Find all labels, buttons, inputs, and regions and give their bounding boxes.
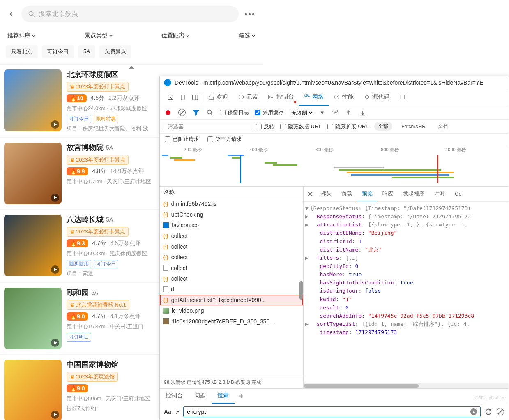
request-item[interactable]: ic_video.png [160, 305, 303, 316]
play-icon[interactable] [51, 120, 59, 129]
json-preview[interactable]: ▼{ResponseStatus: {Timestamp: "/Date(171… [304, 202, 509, 383]
more-icon[interactable]: ••• [244, 9, 256, 19]
search-input[interactable]: 搜索北京景点 [21, 6, 239, 22]
tab-timing[interactable]: 计时 [429, 187, 450, 201]
request-name: collect [171, 233, 188, 239]
tab-overflow[interactable] [394, 90, 411, 105]
search-placeholder: 搜索北京景点 [39, 10, 78, 18]
filter-tabs: 推荐排序 景点类型 位置距离 筛选 [0, 28, 263, 44]
filter-more[interactable]: 筛选 [239, 32, 256, 39]
filter-all[interactable]: 全部 [374, 122, 392, 131]
filter-location[interactable]: 位置距离 [161, 32, 190, 39]
tab-headers[interactable]: 标头 [316, 187, 336, 201]
filter-input[interactable] [164, 122, 250, 131]
request-item[interactable]: {·}collect [160, 273, 303, 284]
clear-search-icon[interactable]: ✕ [470, 408, 477, 415]
tab-preview[interactable]: 预览 [357, 187, 378, 201]
play-icon[interactable] [51, 194, 59, 202]
review-count: 4.1万条点评 [110, 313, 141, 320]
waterfall-timeline[interactable]: 200 毫秒 400 毫秒 600 毫秒 800 毫秒 1000 毫秒 [160, 145, 509, 187]
drawer-search-input[interactable] [187, 408, 470, 415]
tag: 可订今日 [67, 115, 91, 123]
block-row: 已阻止请求 第三方请求 [160, 134, 509, 145]
dock-icon[interactable] [190, 92, 200, 102]
filter-toggle[interactable] [192, 108, 200, 117]
regex-toggle[interactable]: .* [175, 408, 179, 415]
drawer-issues[interactable]: 问题 [189, 389, 212, 404]
filter-chips: 只看北京 可订今日 5A 免费景点 [0, 44, 263, 64]
throttle-select[interactable]: 无限制 [290, 109, 314, 116]
chevron-up-icon[interactable] [129, 64, 134, 69]
tab-payload[interactable]: 负载 [336, 187, 357, 201]
tab-response[interactable]: 响应 [378, 187, 398, 201]
tag: 随买随用 [67, 260, 91, 268]
upload-icon[interactable] [345, 108, 353, 117]
request-item[interactable]: d [160, 284, 303, 295]
request-item[interactable]: {·}d.min.f56b7492.js [160, 198, 303, 209]
blocked-checkbox[interactable]: 已阻止请求 [165, 136, 199, 143]
play-icon[interactable] [51, 265, 59, 274]
request-footer: 98 次请求 已传输475 kB 2.8 MB 条资源 完成 [160, 376, 303, 388]
download-icon[interactable] [359, 108, 367, 117]
record-button[interactable] [164, 108, 172, 117]
filter-type[interactable]: 景点类型 [85, 32, 113, 39]
disable-cache-checkbox[interactable]: 禁用缓存 [255, 109, 284, 116]
filter-doc[interactable]: 文档 [435, 122, 451, 131]
tab-network[interactable]: 网络 [299, 89, 329, 106]
drawer-console[interactable]: 控制台 [160, 389, 189, 404]
image-icon [163, 222, 169, 228]
request-list-header: 名称 [160, 187, 303, 198]
clear-button[interactable] [178, 108, 186, 117]
hot-score: 🔥9.0 [67, 312, 88, 321]
request-item[interactable]: 1lo0s12000dgebt7cFBEF_D_350_350... [160, 316, 303, 327]
play-icon[interactable] [51, 339, 59, 347]
hot-score: 🔥10 [67, 94, 87, 102]
chip-5a[interactable]: 5A [78, 45, 95, 58]
request-item[interactable]: {·}collect [160, 241, 303, 252]
close-icon[interactable] [307, 191, 313, 197]
tab-sources[interactable]: 源代码 [359, 89, 394, 106]
request-item[interactable]: collect [160, 263, 303, 273]
request-item[interactable]: {·}ubtChecking [160, 209, 303, 220]
inspect-icon[interactable] [166, 92, 175, 102]
image-icon [163, 308, 169, 314]
chip-free[interactable]: 免费景点 [99, 45, 131, 58]
review-count: 3.8万条点评 [110, 240, 141, 247]
request-item[interactable]: {·}collect [160, 252, 303, 263]
filter-sort[interactable]: 推荐排序 [7, 32, 36, 39]
chip-beijing[interactable]: 只看北京 [6, 45, 38, 58]
play-icon[interactable] [51, 411, 59, 419]
scrollbar-thumb[interactable] [299, 281, 303, 300]
hide-ext-url-checkbox[interactable]: 隐藏扩展 URL [327, 123, 369, 130]
tab-console[interactable]: 控制台 [263, 89, 299, 106]
tab-elements[interactable]: 元素 [233, 89, 263, 106]
thirdparty-checkbox[interactable]: 第三方请求 [207, 136, 242, 143]
request-item[interactable]: favicon.ico [160, 220, 303, 231]
back-icon[interactable] [7, 10, 16, 18]
horizontal-scrollbar[interactable] [304, 383, 509, 388]
chip-today[interactable]: 可订今日 [42, 45, 74, 58]
preview-tabs: 标头 负载 预览 响应 发起程序 计时 Co [304, 187, 509, 202]
drawer-search[interactable]: 搜索 [212, 389, 235, 404]
hide-data-url-checkbox[interactable]: 隐藏数据 URL [280, 123, 322, 130]
card-thumbnail [4, 360, 62, 420]
tab-initiator[interactable]: 发起程序 [398, 187, 429, 201]
hot-score: 🔥9.9 [67, 167, 88, 175]
wifi-icon[interactable] [331, 108, 339, 117]
tab-performance[interactable]: 性能 [329, 89, 359, 106]
device-icon[interactable] [178, 92, 188, 102]
search-icon [28, 10, 35, 18]
add-drawer-tab[interactable]: + [235, 390, 248, 403]
filter-fetch[interactable]: Fetch/XHR [398, 123, 429, 130]
cancel-icon[interactable] [496, 408, 504, 416]
request-item[interactable]: {·}collect [160, 231, 303, 241]
tab-welcome[interactable]: 欢迎 [203, 89, 233, 106]
request-item[interactable]: {·}getAttractionList?_fxpcqlniredt=090..… [160, 295, 303, 305]
refresh-icon[interactable] [485, 408, 492, 415]
case-toggle[interactable]: Aa [164, 408, 171, 415]
rank-badge: ♛ 2023年度必打卡景点 [67, 155, 129, 165]
invert-checkbox[interactable]: 反转 [256, 123, 274, 130]
search-toggle[interactable] [206, 108, 214, 117]
tab-cookies[interactable]: Co [450, 187, 467, 201]
preserve-log-checkbox[interactable]: 保留日志 [220, 109, 249, 116]
